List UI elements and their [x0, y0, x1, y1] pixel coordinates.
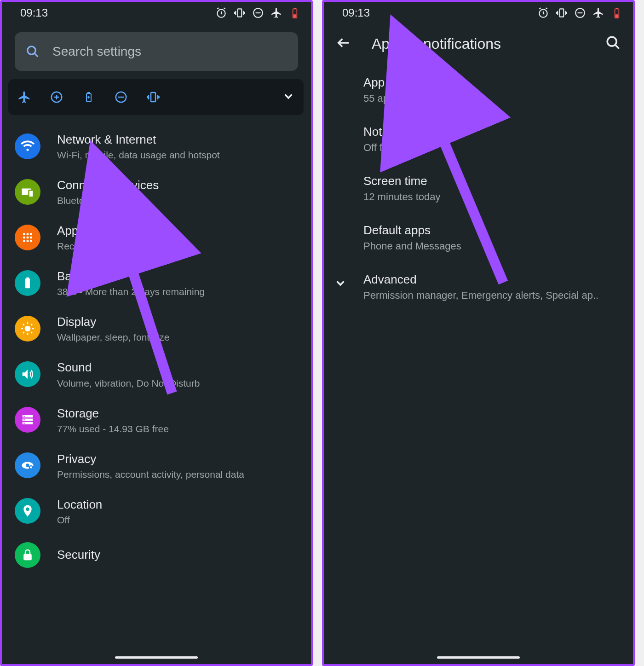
settings-item-location[interactable]: Location Off: [2, 488, 311, 534]
privacy-icon: [15, 452, 40, 478]
search-settings[interactable]: Search settings: [15, 32, 298, 71]
svg-point-22: [30, 240, 32, 242]
svg-rect-35: [30, 467, 32, 469]
dnd-icon: [252, 7, 264, 19]
apps-icon: [15, 225, 40, 250]
svg-point-18: [27, 236, 29, 238]
svg-rect-23: [25, 278, 30, 288]
back-button[interactable]: [336, 35, 351, 52]
header-search-button[interactable]: [605, 35, 621, 52]
svg-point-16: [30, 233, 32, 235]
security-icon: [15, 542, 40, 568]
svg-point-19: [30, 236, 32, 238]
alarm-icon: [537, 7, 549, 19]
svg-rect-42: [616, 8, 618, 9]
apps-sub-list: App info 55 apps installed Notifications…: [324, 63, 633, 262]
quick-settings-row[interactable]: [8, 79, 304, 115]
svg-rect-9: [88, 93, 90, 93]
svg-point-33: [26, 463, 29, 467]
app-header: Apps & notifications: [324, 22, 633, 63]
svg-rect-11: [151, 93, 155, 102]
sub-item-default-apps[interactable]: Default apps Phone and Messages: [363, 213, 633, 262]
settings-item-battery[interactable]: Battery 38% - More than 2 days remaining: [2, 260, 311, 306]
settings-item-security[interactable]: Security: [2, 534, 311, 576]
dnd-icon: [574, 7, 586, 19]
svg-rect-1: [238, 9, 242, 17]
svg-point-6: [28, 46, 36, 55]
search-icon: [26, 45, 40, 58]
settings-item-display[interactable]: Display Wallpaper, sleep, font size: [2, 306, 311, 351]
location-icon: [15, 498, 40, 524]
settings-list: Network & Internet Wi-Fi, mobile, data u…: [2, 122, 311, 576]
svg-rect-13: [29, 190, 34, 197]
settings-item-connected-devices[interactable]: Connected devices Bluetooth: [2, 169, 311, 214]
svg-point-30: [23, 419, 25, 421]
sub-item-app-info[interactable]: App info 55 apps installed: [363, 65, 633, 115]
home-indicator[interactable]: [437, 656, 520, 659]
display-icon: [15, 316, 40, 342]
quick-battery-saver-icon[interactable]: [81, 89, 97, 105]
phone-screen-apps-notifications: 09:13 Apps & notifications App info 55 a…: [322, 0, 635, 666]
svg-rect-4: [294, 8, 296, 9]
sub-item-notifications[interactable]: Notifications Off for 1 app: [363, 115, 633, 164]
home-indicator[interactable]: [115, 656, 198, 659]
quick-dnd-icon[interactable]: [113, 89, 129, 105]
airplane-icon: [592, 7, 604, 19]
battery-icon: [611, 7, 623, 19]
svg-rect-43: [615, 14, 619, 17]
battery-icon: [289, 7, 301, 19]
settings-item-network[interactable]: Network & Internet Wi-Fi, mobile, data u…: [2, 123, 311, 169]
battery-settings-icon: [15, 270, 40, 296]
sub-item-advanced[interactable]: Advanced Permission manager, Emergency a…: [324, 262, 633, 312]
settings-item-text: Network & Internet Wi-Fi, mobile, data u…: [57, 132, 220, 161]
status-time: 09:13: [20, 6, 48, 19]
svg-point-21: [27, 240, 29, 242]
sub-item-screen-time[interactable]: Screen time 12 minutes today: [363, 164, 633, 213]
settings-item-privacy[interactable]: Privacy Permissions, account activity, p…: [2, 443, 311, 488]
quick-data-saver-icon[interactable]: [49, 89, 64, 105]
quick-airplane-icon[interactable]: [17, 89, 32, 105]
status-bar: 09:13: [2, 2, 311, 22]
vibrate-icon: [234, 7, 246, 19]
svg-point-14: [23, 233, 25, 235]
wifi-icon: [15, 133, 40, 159]
chevron-down-icon: [332, 272, 349, 290]
search-placeholder: Search settings: [52, 44, 141, 59]
svg-rect-5: [293, 14, 297, 17]
devices-icon: [15, 179, 40, 205]
svg-point-44: [607, 37, 616, 46]
airplane-icon: [270, 7, 282, 19]
settings-item-apps[interactable]: Apps & notifications Recent apps, defaul…: [2, 214, 311, 260]
svg-point-20: [23, 240, 25, 242]
svg-point-15: [27, 233, 29, 235]
svg-point-29: [23, 416, 25, 417]
storage-icon: [15, 407, 40, 433]
svg-rect-24: [27, 277, 29, 278]
settings-item-sound[interactable]: Sound Volume, vibration, Do Not Disturb: [2, 351, 311, 397]
sound-icon: [15, 361, 40, 387]
quick-expand-icon[interactable]: [282, 89, 295, 105]
svg-point-17: [23, 236, 25, 238]
status-icons-right: [215, 7, 301, 19]
settings-item-storage[interactable]: Storage 77% used - 14.93 GB free: [2, 397, 311, 443]
page-title: Apps & notifications: [372, 35, 585, 52]
svg-rect-36: [23, 554, 32, 560]
vibrate-icon: [556, 7, 568, 19]
status-time: 09:13: [342, 6, 370, 19]
svg-point-25: [25, 326, 31, 332]
quick-vibrate-icon[interactable]: [145, 89, 161, 105]
svg-rect-39: [560, 9, 564, 17]
status-icons-right: [537, 7, 623, 19]
alarm-icon: [215, 7, 227, 19]
status-bar: 09:13: [324, 2, 633, 22]
svg-point-31: [23, 423, 25, 424]
phone-screen-settings: 09:13 Search settings Network & Internet…: [0, 0, 313, 666]
